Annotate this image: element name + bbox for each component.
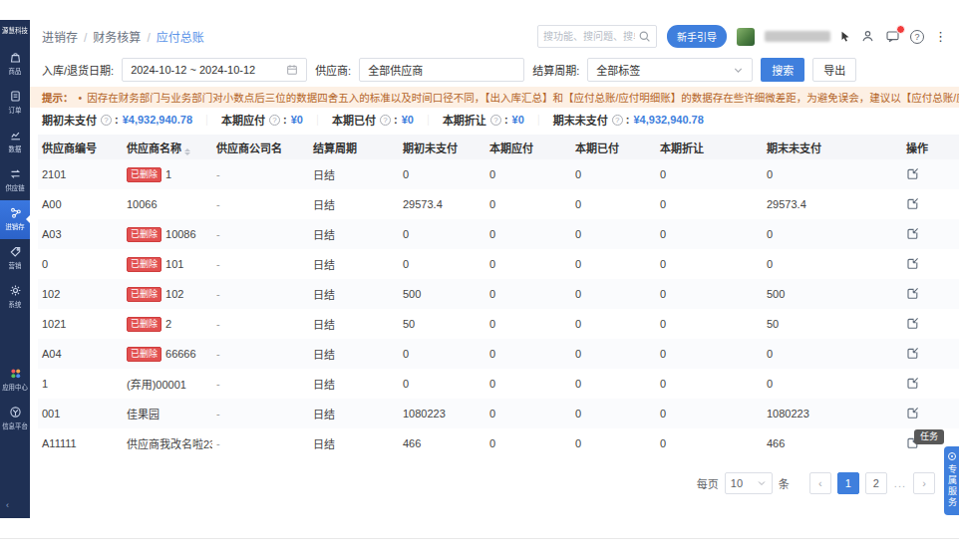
view-detail-icon[interactable] [906,167,919,180]
cell-end: 0 [763,369,902,399]
sidebar-item-inventory[interactable]: 进销存 [0,200,30,239]
export-button[interactable]: 导出 [812,58,856,82]
sidebar-item-label: 营销 [9,261,22,270]
help-icon[interactable] [101,115,112,126]
notification-badge [896,25,905,34]
platform-icon [9,406,22,419]
cell-code: 0 [38,249,123,279]
page-button-2[interactable]: 2 [865,472,887,494]
view-detail-icon[interactable] [906,287,919,300]
cell-payable: 0 [485,369,571,399]
cell-cycle: 日结 [309,279,399,309]
sidebar-item-app-center[interactable]: 应用中心 [0,361,30,400]
cell-begin: 500 [399,279,485,309]
contacts-icon[interactable] [860,29,875,44]
cell-cycle: 日结 [309,219,399,249]
messages-icon[interactable] [885,29,900,44]
view-detail-icon[interactable] [906,197,919,210]
supplier-input[interactable]: 全部供应商 [359,58,524,82]
avatar[interactable] [737,28,755,46]
help-icon[interactable] [380,115,391,126]
breadcrumb-item-current: 应付总账 [141,28,203,45]
sidebar-item-label: 应用中心 [2,383,28,392]
col-begin-unpaid: 期初未支付 [399,135,485,159]
sidebar-item-label: 商品 [9,67,22,76]
sidebar-item-system[interactable]: 系统 [0,278,30,317]
cell-payable: 0 [485,339,571,369]
newbie-guide-button[interactable]: 新手引导 [667,25,727,48]
per-page-label: 每页 [697,475,719,491]
view-detail-icon[interactable] [906,317,919,330]
cell-code: 1021 [38,309,123,339]
payables-table: 供应商编号 供应商名称 供应商公司名 结算周期 期初未支付 本期应付 本期已付 … [38,135,959,458]
cell-discount: 0 [656,159,763,189]
col-end-unpaid: 期末未支付 [763,135,902,159]
cell-cycle: 日结 [309,339,399,369]
view-detail-icon[interactable] [906,407,919,420]
cell-code: A11111 [38,428,123,458]
sidebar-item-supply-chain[interactable]: 供应链 [0,161,30,200]
top-bar: 进销存 财务核算 应付总账 新手引导 ⋮ [30,20,959,53]
cell-paid: 0 [571,309,656,339]
help-icon[interactable] [612,115,623,126]
cycle-select[interactable]: 全部标签 [587,58,753,82]
view-detail-icon[interactable] [906,227,919,240]
cell-begin: 50 [399,309,485,339]
view-detail-icon[interactable] [906,377,919,390]
prev-page-button[interactable]: ‹ [809,472,831,494]
help-icon[interactable] [269,115,280,126]
cell-payable: 0 [485,189,571,219]
cell-company: - [212,369,309,399]
sidebar-item-label: 数据 [9,144,22,153]
cell-end: 50 [763,309,902,339]
view-detail-icon[interactable] [906,347,919,360]
summary-label: 期初未支付 [42,112,97,128]
sidebar-item-label: 订单 [9,106,22,115]
sidebar-item-data[interactable]: 数据 [0,123,30,161]
bag-icon [9,51,22,64]
cell-company: - [212,249,309,279]
global-search-input[interactable] [543,31,635,42]
search-button[interactable]: 搜索 [761,58,804,82]
col-operation: 操作 [902,135,959,159]
global-search[interactable] [537,25,657,48]
cell-name: 已删除66666 [123,339,212,369]
cell-code: 2101 [38,159,123,189]
help-icon[interactable] [910,30,924,44]
cell-paid: 0 [571,219,656,249]
window-bottom-divider [0,538,959,539]
cell-company: - [212,428,309,458]
cell-name: 10066 [123,189,212,219]
sidebar-item-label: 信息平台 [2,421,28,430]
cell-company: - [212,399,309,428]
sidebar-item-marketing[interactable]: 营销 [0,239,30,278]
chevron-down-icon [757,478,767,488]
sidebar-item-orders[interactable]: 订单 [0,84,30,123]
service-floating-button[interactable]: 专属服务 [944,446,959,515]
sidebar-item-info-platform[interactable]: 信息平台 [0,400,30,438]
help-icon[interactable] [490,115,501,126]
col-supplier-name[interactable]: 供应商名称 [123,135,212,159]
breadcrumb-item[interactable]: 财务核算 [78,28,141,45]
date-range-input[interactable]: 2024-10-12 ~ 2024-10-12 [122,58,307,82]
search-icon [638,30,651,43]
page-button-1[interactable]: 1 [837,472,859,494]
cell-begin: 1080223 [399,399,485,428]
table-row: 001 佳果园 - 日结 1080223 0 0 0 1080223 [38,399,959,428]
cell-end: 29573.4 [763,189,902,219]
per-page-select[interactable]: 10 [725,472,773,494]
sidebar-item-products[interactable]: 商品 [0,45,30,84]
sidebar-collapse-icon[interactable]: ‹ [0,496,15,518]
next-page-button[interactable]: › [913,472,935,494]
cell-payable: 0 [485,249,571,279]
cell-company: - [212,339,309,369]
cell-discount: 0 [656,189,763,219]
cell-discount: 0 [656,369,763,399]
cell-payable: 0 [485,309,571,339]
breadcrumb-item[interactable]: 进销存 [42,28,78,45]
view-detail-icon[interactable] [906,257,919,270]
sort-icon[interactable] [184,148,190,155]
hint-prefix: 提示： [42,90,74,105]
more-menu-icon[interactable]: ⋮ [934,30,947,43]
summary-item: 本期已付¥0 [303,112,414,128]
